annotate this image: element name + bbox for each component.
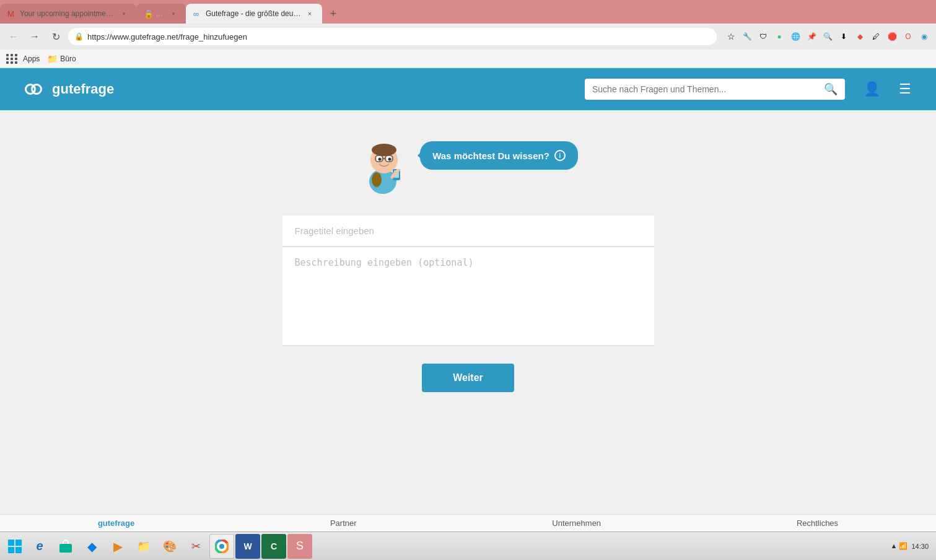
- page-footer: gutefrage Partner Unternehmen Rechtliche…: [0, 514, 936, 532]
- speech-bubble-text: Was möchtest Du wissen?: [432, 151, 549, 161]
- new-tab-button[interactable]: +: [325, 5, 342, 22]
- ext-icon-8[interactable]: ◆: [853, 30, 867, 43]
- windows-logo: [7, 539, 22, 554]
- question-form: [282, 216, 654, 346]
- search-bar[interactable]: 🔍: [585, 79, 845, 100]
- footer-item-partner[interactable]: Partner: [330, 518, 357, 528]
- ext-icon-9[interactable]: 🖊: [869, 30, 883, 43]
- svg-point-6: [378, 158, 382, 161]
- svg-rect-14: [15, 540, 22, 546]
- tab-gutefrage-close[interactable]: ×: [305, 9, 315, 19]
- browser-chrome: M Your upcoming appointment is ... × 🔒 .…: [0, 0, 936, 68]
- taskbar-skype[interactable]: S: [287, 534, 312, 559]
- taskbar-notify-icons: ▲ 📶: [891, 542, 908, 550]
- taskbar-store[interactable]: [53, 534, 78, 559]
- bookmarks-bar: Apps 📁 Büro: [0, 50, 936, 68]
- tab-bar: M Your upcoming appointment is ... × 🔒 .…: [0, 0, 936, 24]
- main-area: Was möchtest Du wissen? i Weiter: [0, 110, 936, 482]
- user-icon[interactable]: 👤: [864, 81, 880, 97]
- page-content: gutefrage 🔍 👤 ☰: [0, 68, 936, 482]
- star-icon[interactable]: ☆: [724, 30, 738, 43]
- svg-point-1: [372, 172, 382, 187]
- bookmark-buero-label: Büro: [60, 55, 76, 63]
- ext-icon-6[interactable]: 🔍: [821, 30, 834, 43]
- search-input[interactable]: [592, 84, 819, 94]
- taskbar-chrome[interactable]: [209, 534, 234, 559]
- taskbar-time: 14:30: [911, 543, 929, 550]
- ext-icon-7[interactable]: ⬇: [837, 30, 851, 43]
- toolbar-icons: ☆ 🔧 🛡 ● 🌐 📌 🔍 ⬇ ◆ 🖊 🛑 O ◉: [724, 30, 931, 43]
- menu-icon[interactable]: ☰: [899, 81, 911, 97]
- question-prompt-area: Was möchtest Du wissen? i: [358, 135, 578, 197]
- svg-point-7: [388, 158, 391, 161]
- gmail-favicon: M: [7, 9, 16, 18]
- mascot: [358, 135, 408, 197]
- footer-item-rechtliches[interactable]: Rechtliches: [797, 518, 838, 528]
- svg-rect-15: [8, 547, 14, 553]
- ext-icon-5[interactable]: 📌: [805, 30, 818, 43]
- bookmark-buero[interactable]: 📁 Büro: [43, 53, 79, 65]
- apps-label: Apps: [23, 55, 40, 63]
- question-desc-input[interactable]: [282, 247, 654, 346]
- start-button[interactable]: [2, 535, 27, 558]
- forward-button[interactable]: →: [26, 28, 43, 45]
- address-text: https://www.gutefrage.net/frage_hinzufue…: [87, 32, 711, 42]
- taskbar-scissors[interactable]: ✂: [183, 534, 208, 559]
- logo-text: gutefrage: [52, 81, 114, 97]
- taskbar-word[interactable]: W: [235, 534, 260, 559]
- speech-bubble: Was möchtest Du wissen? i: [420, 141, 578, 170]
- folder-icon: 📁: [47, 54, 58, 64]
- ext-icon-2[interactable]: 🛡: [756, 30, 770, 43]
- taskbar-dropbox[interactable]: ◆: [79, 534, 104, 559]
- footer-item-gutefrage: gutefrage: [98, 518, 134, 528]
- redacted-favicon: 🔒: [144, 9, 152, 18]
- tab-gmail-title: Your upcoming appointment is ...: [20, 9, 115, 18]
- site-header: gutefrage 🔍 👤 ☰: [0, 68, 936, 110]
- ext-icon-4[interactable]: 🌐: [789, 30, 802, 43]
- ext-icon-3[interactable]: ●: [772, 30, 786, 43]
- site-logo[interactable]: gutefrage: [25, 81, 114, 97]
- taskbar-files[interactable]: 📁: [131, 534, 156, 559]
- tab-gmail-close[interactable]: ×: [119, 9, 129, 19]
- tab-redacted-close[interactable]: ×: [168, 9, 178, 19]
- mascot-svg: [358, 135, 408, 197]
- tab-redacted-title: ...: [156, 9, 165, 18]
- taskbar-paint[interactable]: 🎨: [157, 534, 182, 559]
- question-title-input[interactable]: [282, 216, 654, 247]
- footer-item-unternehmen[interactable]: Unternehmen: [552, 518, 601, 528]
- taskbar-icons: e ◆ ▶ 📁 🎨 ✂ W C S: [27, 534, 891, 559]
- ext-icon-11[interactable]: O: [901, 30, 915, 43]
- lock-icon: 🔒: [74, 32, 84, 41]
- ext-icon-10[interactable]: 🛑: [885, 30, 899, 43]
- svg-point-3: [372, 144, 396, 156]
- tab-gutefrage-title: Gutefrage - die größte deutsch...: [206, 9, 301, 18]
- ext-icon-1[interactable]: 🔧: [740, 30, 754, 43]
- taskbar: e ◆ ▶ 📁 🎨 ✂ W C S ▲ 📶 14:30: [0, 532, 936, 560]
- svg-rect-13: [8, 540, 14, 546]
- taskbar-right: ▲ 📶 14:30: [891, 542, 934, 550]
- svg-rect-17: [59, 544, 72, 553]
- info-icon[interactable]: i: [554, 150, 566, 161]
- weiter-button[interactable]: Weiter: [422, 364, 514, 392]
- tab-redacted[interactable]: 🔒 ... ×: [136, 4, 186, 24]
- taskbar-green-app[interactable]: C: [261, 534, 286, 559]
- address-bar[interactable]: 🔒 https://www.gutefrage.net/frage_hinzuf…: [68, 28, 717, 45]
- tab-gmail[interactable]: M Your upcoming appointment is ... ×: [0, 4, 136, 24]
- taskbar-media[interactable]: ▶: [105, 534, 130, 559]
- ext-icon-12[interactable]: ◉: [917, 30, 931, 43]
- search-icon[interactable]: 🔍: [824, 82, 838, 96]
- tab-gutefrage[interactable]: ∞ Gutefrage - die größte deutsch... ×: [186, 4, 322, 24]
- address-bar-row: ← → ↻ 🔒 https://www.gutefrage.net/frage_…: [0, 24, 936, 50]
- reload-button[interactable]: ↻: [47, 28, 64, 45]
- apps-launcher[interactable]: Apps: [6, 54, 40, 64]
- back-button[interactable]: ←: [5, 28, 22, 45]
- gutefrage-favicon: ∞: [193, 9, 202, 18]
- svg-rect-16: [15, 547, 22, 553]
- taskbar-ie[interactable]: e: [27, 534, 52, 559]
- logo-circle-right: [31, 84, 42, 95]
- svg-point-19: [219, 544, 224, 549]
- logo-circles: [25, 82, 47, 97]
